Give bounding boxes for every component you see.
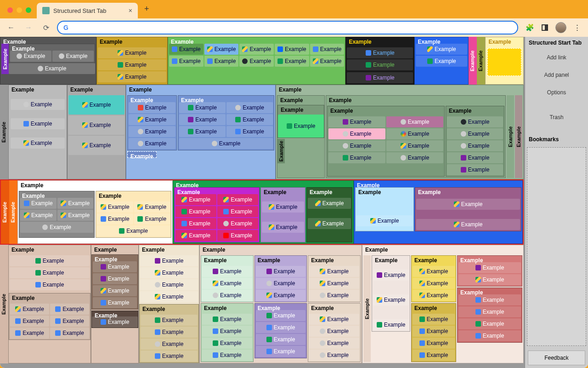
link[interactable]: Example <box>256 278 306 289</box>
panel-header[interactable]: Example <box>92 311 97 316</box>
panel-header[interactable]: Example <box>1 180 8 244</box>
link[interactable]: Example <box>239 44 274 55</box>
link[interactable]: Example <box>134 213 170 224</box>
link[interactable]: Example <box>226 126 273 137</box>
omnibox[interactable]: G <box>57 21 518 34</box>
options-button[interactable]: Options <box>525 84 588 101</box>
panel-header[interactable]: Example <box>173 181 179 186</box>
panel-header[interactable]: Example <box>128 96 133 101</box>
link[interactable]: Example <box>68 115 124 135</box>
link[interactable]: Example <box>202 314 252 325</box>
link[interactable]: Example <box>328 140 385 151</box>
link[interactable]: Example <box>416 56 467 67</box>
link[interactable]: Example <box>98 59 166 70</box>
panel-header[interactable]: Example <box>326 96 505 105</box>
link[interactable]: Example <box>416 219 520 230</box>
link[interactable]: Example <box>239 56 274 67</box>
link[interactable]: Example <box>458 306 521 317</box>
link[interactable]: Example <box>10 267 90 278</box>
link[interactable]: Example <box>10 316 49 327</box>
link[interactable]: Example <box>20 198 57 209</box>
link[interactable]: Example <box>10 279 90 290</box>
reload-button[interactable]: ⟳ <box>40 23 52 32</box>
link[interactable]: Example <box>175 206 216 217</box>
panel-header[interactable]: Example <box>458 288 463 293</box>
link[interactable]: Example <box>93 297 137 308</box>
link[interactable]: Example <box>11 138 65 149</box>
link[interactable]: Example <box>309 350 359 361</box>
link[interactable]: Example <box>458 330 521 341</box>
panel-header[interactable]: Example <box>96 191 171 201</box>
panel-header[interactable]: Example <box>515 95 522 178</box>
link[interactable]: Example <box>262 201 304 213</box>
link[interactable]: Example <box>413 314 455 325</box>
link[interactable]: Example <box>9 63 95 74</box>
minimize-window[interactable] <box>17 7 22 13</box>
panel-header[interactable]: Example <box>446 106 504 115</box>
browser-tab[interactable]: Structured Start Tab × <box>37 3 138 18</box>
panel-header[interactable]: Example <box>415 188 421 193</box>
close-window[interactable] <box>7 7 13 13</box>
panel-header[interactable]: Example <box>9 293 90 303</box>
link[interactable]: Example <box>458 274 521 285</box>
maximize-window[interactable] <box>26 7 31 13</box>
link[interactable]: Example <box>309 290 359 301</box>
panel-header[interactable]: Example <box>307 188 312 193</box>
link[interactable]: Example <box>458 294 521 305</box>
panel-header[interactable]: Example <box>0 85 7 179</box>
link[interactable]: Example <box>217 218 258 229</box>
link[interactable]: Example <box>413 266 455 277</box>
link[interactable]: Example <box>309 338 359 349</box>
link[interactable]: Example <box>413 326 455 337</box>
link[interactable]: Example <box>226 102 273 113</box>
link[interactable]: Example <box>10 255 90 266</box>
link[interactable]: Example <box>202 278 252 289</box>
panel-header[interactable]: Example <box>9 245 90 254</box>
panel-header[interactable]: Example <box>139 245 199 254</box>
link[interactable]: Example <box>141 339 198 350</box>
link[interactable]: Example <box>93 285 137 296</box>
panel-header[interactable]: Example <box>261 188 305 197</box>
link[interactable]: Example <box>10 328 49 339</box>
link[interactable]: Example <box>328 152 385 163</box>
link[interactable]: Example <box>98 47 166 58</box>
link[interactable]: Example <box>129 126 175 137</box>
empty-panel[interactable] <box>487 48 521 76</box>
panel-header[interactable]: Example <box>469 37 476 85</box>
panel-header[interactable]: Example <box>19 191 25 197</box>
panel-header[interactable]: Example <box>278 105 324 115</box>
new-tab-button[interactable]: + <box>138 4 156 18</box>
panel-header[interactable]: Example <box>412 304 456 313</box>
link[interactable]: Example <box>175 230 216 241</box>
link[interactable]: Example <box>134 201 170 213</box>
link[interactable]: Example <box>256 322 306 333</box>
link[interactable]: Example <box>386 140 443 151</box>
panel-header[interactable]: Example <box>486 37 523 46</box>
link[interactable]: Example <box>202 326 252 337</box>
link[interactable]: Example <box>416 44 467 55</box>
trash-button[interactable]: Trash <box>525 101 588 133</box>
link[interactable]: Example <box>308 218 351 229</box>
link[interactable]: Example <box>141 327 198 338</box>
panel-header[interactable]: Example <box>128 152 133 157</box>
panel-header[interactable]: Example <box>9 180 17 244</box>
panel-header[interactable]: Example <box>415 37 420 43</box>
panel-header[interactable]: Example <box>346 37 414 46</box>
panel-header[interactable]: Example <box>356 188 413 197</box>
link[interactable]: Example <box>328 128 385 139</box>
link[interactable]: Example <box>447 164 503 175</box>
link[interactable]: Example <box>413 290 455 301</box>
link[interactable]: Example <box>256 310 306 321</box>
link[interactable]: Example <box>386 128 443 139</box>
link[interactable]: Example <box>447 140 503 151</box>
link[interactable]: Example <box>140 267 198 278</box>
link[interactable]: Example <box>202 290 252 301</box>
link[interactable]: Example <box>97 225 170 236</box>
link[interactable]: Example <box>68 136 124 155</box>
panel-header[interactable]: Example <box>200 245 362 254</box>
link[interactable]: Example <box>309 326 359 337</box>
panel-header[interactable]: Example <box>0 245 7 363</box>
panel-header[interactable]: Example <box>354 181 360 186</box>
panel-header[interactable]: Example <box>1 44 9 74</box>
link[interactable]: Example <box>217 230 258 241</box>
